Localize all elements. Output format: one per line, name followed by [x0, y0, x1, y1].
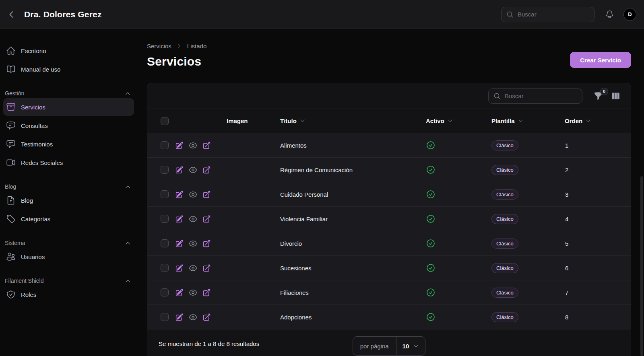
sidebar-group-sistema[interactable]: Sistema — [3, 240, 133, 246]
template-cell: Clásico — [487, 239, 560, 249]
global-search[interactable] — [501, 7, 594, 22]
edit-button[interactable] — [175, 264, 184, 272]
table-row-regimen-de-comunicacion[interactable]: Régimen de Comunicación Clásico 2 — [147, 158, 631, 182]
eye-icon — [189, 190, 197, 199]
sidebar-item-consultas[interactable]: Consultas — [3, 117, 134, 134]
view-button[interactable] — [189, 215, 197, 223]
sidebar-item-escritorio[interactable]: Escritorio — [3, 42, 134, 60]
open-button[interactable] — [202, 313, 211, 321]
chevron-up-icon — [125, 240, 131, 246]
eye-icon — [189, 215, 197, 223]
view-button[interactable] — [189, 166, 197, 174]
table-row-violencia-familiar[interactable]: Violencia Familiar Clásico 4 — [147, 207, 631, 231]
sidebar-group-filament-shield[interactable]: Filament Shield — [3, 278, 133, 284]
filter-button[interactable]: 0 — [594, 91, 603, 101]
view-button[interactable] — [189, 190, 197, 199]
create-service-button[interactable]: Crear Servicio — [570, 52, 631, 68]
chat-bubble-icon — [6, 139, 16, 149]
view-button[interactable] — [189, 313, 197, 321]
template-badge: Clásico — [491, 239, 518, 249]
title-cell: Alimentos — [275, 142, 421, 149]
column-header-titulo[interactable]: Título — [275, 117, 421, 124]
scrollbar[interactable] — [640, 176, 643, 356]
sidebar-item-usuarios[interactable]: Usuarios — [3, 248, 134, 265]
table-row-alimentos[interactable]: Alimentos Clásico 1 — [147, 133, 631, 158]
row-checkbox[interactable] — [161, 190, 169, 198]
template-cell: Clásico — [487, 214, 560, 224]
template-cell: Clásico — [487, 189, 560, 200]
title-cell: Violencia Familiar — [275, 216, 421, 222]
sidebar-item-blog[interactable]: Blog — [3, 191, 134, 209]
open-button[interactable] — [202, 166, 211, 174]
column-label: Título — [280, 117, 297, 124]
row-checkbox[interactable] — [161, 215, 169, 223]
title-cell: Divorcio — [275, 240, 421, 247]
pencil-square-icon — [175, 288, 184, 297]
sidebar-item-label: Testimonios — [21, 141, 53, 148]
edit-button[interactable] — [175, 215, 184, 223]
row-checkbox[interactable] — [161, 166, 169, 174]
edit-button[interactable] — [175, 141, 184, 150]
open-button[interactable] — [202, 264, 211, 272]
table-row-sucesiones[interactable]: Sucesiones Clásico 6 — [147, 256, 631, 280]
row-checkbox[interactable] — [161, 264, 169, 272]
table-search-input[interactable] — [505, 93, 577, 99]
column-header-imagen: Imagen — [220, 117, 275, 124]
sidebar-item-roles[interactable]: Roles — [3, 286, 134, 303]
row-checkbox[interactable] — [161, 288, 169, 296]
edit-button[interactable] — [175, 239, 184, 248]
sidebar-item-redes-sociales[interactable]: Redes Sociales — [3, 154, 134, 171]
back-button[interactable] — [4, 7, 19, 22]
main-content: Servicios Listado Servicios Crear Servic… — [137, 29, 644, 356]
pencil-square-icon — [175, 190, 184, 199]
edit-button[interactable] — [175, 190, 184, 199]
row-checkbox[interactable] — [161, 141, 169, 149]
title-cell: Sucesiones — [275, 265, 421, 272]
view-button[interactable] — [189, 264, 197, 272]
sidebar-item-label: Consultas — [21, 122, 48, 129]
sidebar-group-blog[interactable]: Blog — [3, 183, 133, 190]
open-button[interactable] — [202, 239, 211, 248]
check-circle-icon — [426, 165, 487, 175]
view-button[interactable] — [189, 239, 197, 248]
column-label: Plantilla — [491, 117, 515, 124]
sidebar-item-categorias[interactable]: Categorías — [3, 210, 134, 228]
active-cell — [421, 312, 487, 322]
sidebar-group-label: Sistema — [5, 240, 25, 246]
breadcrumb-item-servicios[interactable]: Servicios — [147, 43, 171, 49]
table-row-divorcio[interactable]: Divorcio Clásico 5 — [147, 231, 631, 256]
edit-button[interactable] — [175, 288, 184, 297]
column-header-activo[interactable]: Activo — [421, 117, 487, 124]
row-checkbox[interactable] — [161, 239, 169, 247]
sidebar-item-manual-de-uso[interactable]: Manual de uso — [3, 60, 134, 78]
row-actions — [171, 313, 220, 321]
table-row-cuidado-personal[interactable]: Cuidado Personal Clásico 3 — [147, 182, 631, 207]
sidebar-group-gestion[interactable]: Gestión — [3, 90, 133, 97]
open-button[interactable] — [202, 190, 211, 199]
sidebar-item-testimonios[interactable]: Testimonios — [3, 135, 134, 153]
toggle-columns-button[interactable] — [611, 91, 620, 101]
edit-button[interactable] — [175, 313, 184, 321]
table-row-adopciones[interactable]: Adopciones Clásico 8 — [147, 305, 631, 329]
per-page-select[interactable]: por página 10 — [353, 336, 426, 356]
column-header-plantilla[interactable]: Plantilla — [487, 117, 560, 124]
row-actions — [171, 215, 220, 223]
view-button[interactable] — [189, 141, 197, 150]
open-button[interactable] — [202, 141, 211, 150]
avatar[interactable]: D — [624, 8, 636, 21]
select-all-checkbox[interactable] — [161, 117, 169, 125]
header-checkbox-cell — [147, 117, 171, 125]
sidebar-item-servicios[interactable]: Servicios — [3, 98, 134, 116]
notifications-button[interactable] — [605, 10, 614, 19]
table-search[interactable] — [488, 88, 582, 104]
view-button[interactable] — [189, 288, 197, 297]
open-button[interactable] — [202, 215, 211, 223]
table-row-filiaciones[interactable]: Filiaciones Clásico 7 — [147, 280, 631, 305]
row-checkbox[interactable] — [161, 313, 169, 321]
global-search-input[interactable] — [518, 11, 589, 18]
app-title: Dra. Dolores Gerez — [24, 10, 102, 19]
template-badge: Clásico — [491, 214, 518, 224]
column-header-orden[interactable]: Orden — [560, 117, 631, 124]
open-button[interactable] — [202, 288, 211, 297]
edit-button[interactable] — [175, 166, 184, 174]
